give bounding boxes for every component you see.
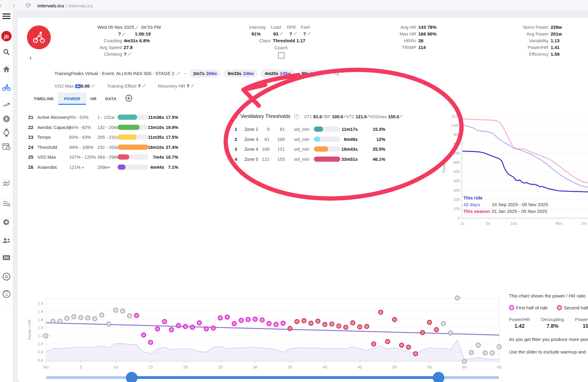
data-point-excluded-end: [476, 343, 481, 347]
sidebar-item-trending[interactable]: [0, 100, 13, 112]
vt-param: VT2 121.0: [346, 114, 370, 119]
zone-id: Z1: [28, 115, 33, 120]
zone-bar-fill: [118, 125, 140, 130]
power-hr-description: This chart shows the power / HR ratio Fi…: [509, 293, 588, 354]
legend-range: 24 Sep 2025 - 05 Nov 2025: [492, 202, 548, 207]
data-point-second-half: [386, 339, 390, 344]
zone-pct-range: 54% - 82%: [69, 125, 91, 130]
tab-hr[interactable]: HR: [86, 93, 101, 105]
data-point-second-half: [393, 317, 397, 322]
lungs-icon: [233, 114, 238, 119]
data-point-second-half: [371, 342, 376, 346]
class-value: Threshold 1.17: [273, 38, 305, 43]
edit-pencil-icon[interactable]: [307, 32, 311, 36]
zone-watt-range: 205 - 231w: [97, 135, 119, 140]
data-point-second-half: [351, 321, 355, 325]
sidebar-item-list-search[interactable]: [0, 198, 13, 210]
edit-pencil-icon[interactable]: [177, 72, 180, 75]
sidebar-item-logo-jb[interactable]: jb: [0, 31, 13, 43]
data-point-excluded-start: [86, 316, 90, 320]
sidebar-item-search[interactable]: [0, 47, 13, 59]
gear-icon: [3, 218, 10, 227]
sidebar-item-watch[interactable]: [0, 127, 13, 139]
coach-checkbox[interactable]: [278, 52, 285, 59]
vt-to: 155: [275, 157, 285, 162]
data-point-first-half: [246, 317, 250, 322]
power-curve-ytick: 200: [453, 197, 460, 202]
data-point-first-half: [162, 320, 167, 324]
edit-title-icon[interactable]: [177, 71, 180, 77]
sidebar-item-activities[interactable]: [0, 178, 13, 191]
slider-active-range[interactable]: [132, 376, 439, 379]
sidebar-item-profile[interactable]: [0, 289, 13, 301]
edit-pencil-icon[interactable]: [122, 32, 126, 36]
edit-pencil-icon[interactable]: [293, 32, 297, 36]
edit-pencil-icon[interactable]: [91, 84, 95, 88]
reload-icon[interactable]: ⟳: [24, 0, 33, 11]
legend-dot-icon: [509, 305, 514, 310]
vt-time: 11m17s: [340, 127, 358, 132]
interval-chip[interactable]: 2m7s268w: [190, 70, 221, 77]
interval-chip[interactable]: 9m33s246w: [224, 70, 258, 77]
vt-row-num: 3: [235, 147, 237, 152]
vo2-badge-icon: [75, 84, 81, 88]
add-tab-icon[interactable]: [125, 97, 132, 103]
stat-value: 166 90%: [418, 31, 436, 36]
ride-start-time: 04:53 PM: [141, 25, 161, 30]
interval-chip[interactable]: 99s238w: [298, 70, 325, 77]
sidebar-item-bike[interactable]: [0, 82, 13, 94]
back-icon[interactable]: ‹: [0, 0, 5, 11]
sidebar-item-notes[interactable]: [0, 252, 13, 264]
effort-value: 93: [273, 31, 283, 36]
collapse-chevron[interactable]: ‹: [29, 54, 32, 62]
power-hr-ytick: 1.8: [38, 309, 43, 314]
data-point-excluded-start: [121, 309, 125, 313]
edit-pencil-icon[interactable]: [128, 52, 131, 56]
range-slider[interactable]: [46, 372, 500, 382]
stat-label: Decoupling: [541, 317, 564, 322]
edit-pencil-icon[interactable]: [135, 26, 138, 29]
data-point-excluded-start: [58, 319, 62, 323]
data-point-second-half: [379, 310, 383, 314]
sidebar-item-bolt[interactable]: [0, 113, 13, 126]
tab-power[interactable]: POWER: [58, 93, 86, 105]
edit-pencil-icon[interactable]: [399, 115, 403, 118]
vt-param: VT1 81.0: [304, 114, 326, 119]
vt-unit: vol_min: [294, 137, 309, 142]
data-point-first-half: [281, 321, 285, 325]
zone-share: 17.5%: [160, 115, 178, 120]
interval-chip[interactable]: 4m20s245w: [261, 70, 295, 77]
zone-share: 17.5%: [160, 135, 178, 140]
cycling-activity-avatar[interactable]: [27, 25, 51, 49]
data-point-first-half: [197, 321, 202, 325]
interval-search-icon[interactable]: [334, 72, 340, 77]
sidebar-item-home[interactable]: [0, 64, 13, 76]
tab-timeline[interactable]: TIMELINE: [29, 93, 58, 105]
sidebar-item-people[interactable]: [0, 235, 13, 247]
sidebar-item-d-badge[interactable]: D: [0, 271, 13, 283]
edit-pencil-icon[interactable]: [191, 84, 194, 88]
help-icon[interactable]: ?: [294, 114, 299, 119]
sidebar-item-gear[interactable]: [0, 217, 13, 229]
intervals-icu-activity-page: ‹ › ⟳ intervals.icu / Intervals.icu jbD …: [0, 0, 588, 382]
stat-label: TRIMP: [402, 45, 416, 50]
vt-param-label: VT2: [346, 114, 354, 119]
data-point-first-half: [260, 318, 264, 322]
slider-handle-start[interactable]: [126, 372, 138, 382]
notes-icon: [2, 255, 10, 262]
data-point-second-half: [413, 352, 418, 356]
tab-data[interactable]: DATA: [101, 93, 121, 105]
edit-pencil-icon[interactable]: [142, 84, 146, 88]
edit-pencil-icon[interactable]: [280, 32, 283, 36]
vt-to: 81: [275, 127, 285, 132]
vt-param: VO2max 155.0: [369, 114, 403, 119]
sidebar-item-menu[interactable]: [0, 11, 13, 23]
power-curve-xtick: 1s: [460, 221, 465, 226]
metric-item: Training Effect ?: [107, 83, 146, 89]
zone-pct-range: 107% - 120%: [69, 155, 96, 160]
metric-value: ?: [138, 83, 141, 89]
slider-handle-end[interactable]: [433, 372, 444, 382]
sidebar-item-calendar-clock[interactable]: [0, 141, 13, 153]
forward-icon[interactable]: ›: [9, 0, 18, 11]
stat-label: Power/HR: [528, 45, 548, 50]
